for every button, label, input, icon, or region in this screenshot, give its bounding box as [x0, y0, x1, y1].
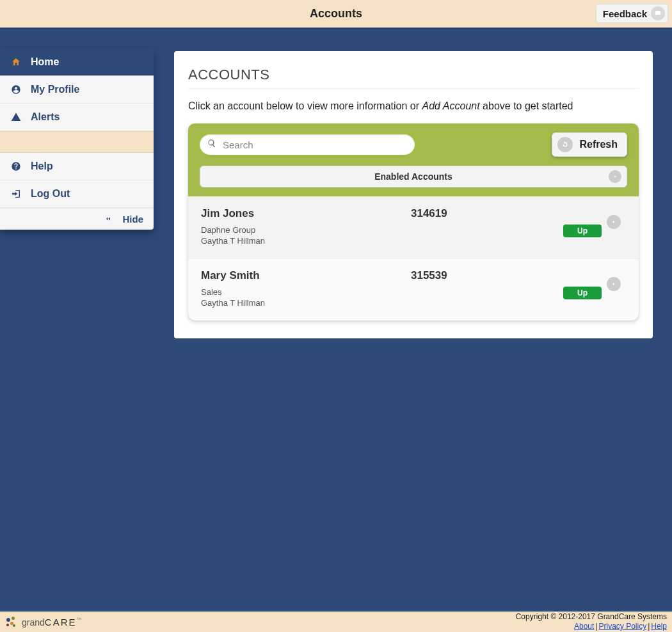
enabled-accounts-filter[interactable]: Enabled Accounts	[200, 166, 627, 187]
brand-dots-icon	[5, 615, 18, 628]
account-id: 315539	[411, 269, 539, 282]
refresh-label: Refresh	[579, 139, 618, 150]
refresh-icon	[557, 137, 573, 152]
account-name: Mary Smith	[201, 269, 406, 282]
sidebar-item-label: My Profile	[31, 84, 79, 95]
search-input[interactable]	[221, 139, 407, 151]
sidebar-item-label: Home	[31, 56, 59, 68]
status-badge: Up	[563, 225, 602, 237]
intro-post: above to get started	[480, 100, 573, 111]
account-owner: Gaytha T Hillman	[201, 298, 406, 309]
status-badge: Up	[563, 287, 602, 299]
sidebar: Home My Profile Alerts Help Log Out Hide	[0, 49, 154, 230]
sidebar-item-label: Alerts	[31, 111, 60, 123]
accounts-panel: Refresh Enabled Accounts Jim Jones Daphn…	[188, 123, 639, 320]
sidebar-item-my-profile[interactable]: My Profile	[0, 76, 154, 104]
footer: grandCARE™ Copyright © 2012-2017 GrandCa…	[0, 612, 672, 632]
refresh-button[interactable]: Refresh	[552, 132, 627, 157]
search-icon	[207, 139, 216, 150]
home-icon	[10, 57, 22, 67]
logout-icon	[10, 189, 22, 199]
trademark-symbol: ™	[77, 617, 82, 622]
user-circle-icon	[10, 84, 22, 95]
sidebar-item-logout[interactable]: Log Out	[0, 180, 154, 208]
footer-link-help[interactable]: Help	[651, 622, 667, 631]
intro-em: Add Account	[422, 100, 480, 111]
sidebar-hide-label: Hide	[122, 214, 143, 225]
speech-bubble-icon	[651, 6, 665, 20]
content-card: ACCOUNTS Click an account below to view …	[174, 51, 653, 338]
account-row[interactable]: Mary Smith Sales Gaytha T Hillman 315539…	[188, 258, 639, 320]
sidebar-item-help[interactable]: Help	[0, 153, 154, 180]
question-circle-icon	[10, 161, 22, 171]
intro-text: Click an account below to view more info…	[188, 100, 639, 112]
filter-label: Enabled Accounts	[374, 171, 452, 182]
chevron-down-icon	[609, 170, 621, 183]
brand-text-small: grand	[22, 617, 45, 628]
account-name: Jim Jones	[201, 207, 406, 220]
search-field-wrap[interactable]	[200, 134, 415, 155]
account-row[interactable]: Jim Jones Daphne Group Gaytha T Hillman …	[188, 196, 639, 258]
chevron-right-icon[interactable]	[607, 215, 621, 229]
sidebar-item-label: Log Out	[31, 188, 70, 200]
alert-triangle-icon	[10, 112, 22, 122]
content-heading: ACCOUNTS	[188, 67, 639, 83]
feedback-label: Feedback	[603, 8, 647, 19]
sidebar-item-label: Help	[31, 161, 53, 172]
chevron-double-left-icon	[104, 214, 112, 225]
account-owner: Gaytha T Hillman	[201, 236, 406, 247]
top-bar: Accounts Feedback	[0, 0, 672, 28]
sidebar-spacer	[0, 131, 154, 153]
chevron-right-icon[interactable]	[607, 277, 621, 291]
feedback-button[interactable]: Feedback	[596, 4, 668, 23]
copyright-text: Copyright © 2012-2017 GrandCare Systems	[516, 612, 667, 622]
footer-link-about[interactable]: About	[574, 622, 594, 631]
sidebar-item-home[interactable]: Home	[0, 49, 154, 76]
accounts-toolbar: Refresh	[188, 123, 639, 166]
brand-logo: grandCARE™	[5, 615, 82, 628]
account-id: 314619	[411, 207, 539, 220]
sidebar-hide-toggle[interactable]: Hide	[0, 208, 154, 230]
account-group: Sales	[201, 287, 406, 298]
divider	[188, 88, 639, 89]
sidebar-item-alerts[interactable]: Alerts	[0, 104, 154, 131]
footer-link-privacy[interactable]: Privacy Policy	[599, 622, 647, 631]
brand-text-big: CARE	[45, 617, 77, 628]
page-title: Accounts	[0, 0, 672, 28]
intro-pre: Click an account below to view more info…	[188, 100, 422, 111]
account-group: Daphne Group	[201, 225, 406, 236]
